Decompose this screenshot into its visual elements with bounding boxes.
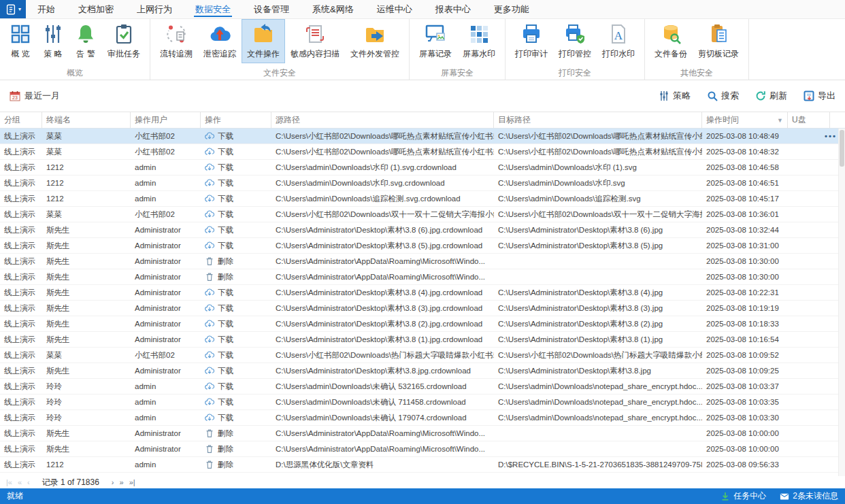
screen-watermark-button[interactable]: 屏幕水印: [457, 19, 501, 63]
clipboard-record-button[interactable]: 剪切板记录: [693, 19, 744, 63]
cell-user: 小红书部02: [131, 207, 201, 222]
table-row[interactable]: 线上演示玲玲admin下载C:\Users\admin\Downloads\未确…: [0, 379, 845, 394]
table-row[interactable]: 线上演示斯先生Administrator下载C:\Users\Administr…: [0, 238, 845, 254]
col-header-target-path[interactable]: 目标路径: [494, 112, 702, 128]
cell-usb: [788, 238, 830, 253]
cell-usb: [788, 457, 830, 472]
cell-terminal: 斯先生: [42, 285, 131, 300]
table-row[interactable]: 线上演示斯先生Administrator删除C:\Users\Administr…: [0, 441, 845, 457]
cell-target-path: C:\Users\Administrator\Desktop\素材\3.8 (2…: [494, 316, 702, 331]
file-backup-button[interactable]: 文件备份: [649, 19, 693, 63]
table-row[interactable]: 线上演示1212admin下载C:\Users\admin\Downloads\…: [0, 175, 845, 191]
table-row[interactable]: 线上演示1212admin下载C:\Users\admin\Downloads\…: [0, 160, 845, 175]
table-row[interactable]: 线上演示菜菜小红书部02下载C:\Users\小红书部02\Downloads\…: [0, 348, 845, 363]
cell-target-path: [494, 254, 702, 269]
prev-group-button[interactable]: «: [15, 476, 24, 488]
table-row[interactable]: 线上演示斯先生Administrator下载C:\Users\Administr…: [0, 285, 845, 301]
cell-source-path: C:\Users\Administrator\Desktop\素材\3.8 (3…: [271, 301, 494, 316]
col-header-operation[interactable]: 操作: [201, 112, 271, 128]
cell-target-path: C:\Users\小红书部02\Downloads\哪吒热点素材贴纸宣传小红..…: [494, 129, 702, 144]
filter-dropdown-icon[interactable]: ▼: [777, 117, 783, 124]
operation-label: 下载: [218, 301, 233, 316]
table-row[interactable]: 线上演示玲玲admin下载C:\Users\admin\Downloads\未确…: [0, 410, 845, 426]
table-row[interactable]: 线上演示斯先生Administrator下载C:\Users\Administr…: [0, 363, 845, 379]
menu-tab-start[interactable]: 开始: [26, 0, 67, 18]
col-header-user[interactable]: 操作用户: [131, 112, 201, 128]
refresh-button[interactable]: 刷新: [755, 90, 787, 102]
cell-target-path: C:\Users\小红书部02\Downloads\热门标题大字吸睛爆款小红..…: [494, 348, 702, 363]
table-row[interactable]: 线上演示1212admin删除D:\思源黑体优化版\文章资料D:\$RECYCL…: [0, 457, 845, 473]
file-operations-button[interactable]: 文件操作: [242, 19, 285, 63]
app-logo-button[interactable]: ▾: [0, 0, 26, 18]
policy-button[interactable]: 策 略: [37, 19, 69, 63]
table-row[interactable]: 线上演示斯先生Administrator删除C:\Users\Administr…: [0, 254, 845, 269]
next-page-button[interactable]: ›: [109, 476, 117, 488]
col-header-filler: [830, 112, 845, 128]
table-row[interactable]: 线上演示斯先生Administrator下载C:\Users\Administr…: [0, 301, 845, 316]
next-group-button[interactable]: »: [117, 476, 127, 488]
sensitive-content-scan-button[interactable]: 敏感内容扫描: [285, 19, 345, 63]
alerts-button[interactable]: 告 警: [69, 19, 102, 63]
table-row[interactable]: 线上演示斯先生Administrator下载C:\Users\Administr…: [0, 222, 845, 238]
first-page-button[interactable]: |«: [3, 476, 15, 488]
col-header-time[interactable]: 操作时间▼: [702, 112, 788, 128]
unread-messages-button[interactable]: 2条未读信息: [780, 490, 838, 502]
last-page-button[interactable]: »|: [127, 476, 138, 488]
col-header-group[interactable]: 分组: [0, 112, 42, 128]
cell-target-path: C:\Users\Administrator\Desktop\素材\3.8 (6…: [494, 222, 702, 237]
print-watermark-button[interactable]: A打印水印: [597, 19, 640, 63]
record-count: 记录 1 of 71836: [42, 477, 99, 488]
menu-tab-more-features[interactable]: 更多功能: [482, 0, 541, 18]
flow-trace-button[interactable]: 流转追溯: [154, 19, 198, 63]
col-header-terminal[interactable]: 终端名: [42, 112, 131, 128]
scrollbar-thumb[interactable]: [840, 130, 844, 167]
task-center-button[interactable]: 任务中心: [720, 490, 766, 502]
cell-source-path: C:\Users\Administrator\AppData\Roaming\M…: [271, 426, 494, 441]
table-row[interactable]: 线上演示玲玲admin下载C:\Users\admin\Downloads\未确…: [0, 394, 845, 410]
table-row[interactable]: 线上演示菜菜小红书部02下载C:\Users\小红书部02\Downloads\…: [0, 207, 845, 222]
table-row[interactable]: 线上演示斯先生Administrator删除C:\Users\Administr…: [0, 269, 845, 285]
menu-tab-report-center[interactable]: 报表中心: [424, 0, 482, 18]
policy-button[interactable]: 策略: [659, 90, 691, 102]
table-row[interactable]: 线上演示1212admin下载C:\Users\admin\Downloads\…: [0, 191, 845, 207]
export-button[interactable]: 导出: [803, 90, 835, 102]
print-control-button[interactable]: 打印管控: [553, 19, 597, 63]
overview-button[interactable]: 概 览: [4, 19, 37, 63]
cell-operation: 下载: [201, 175, 271, 190]
table-row[interactable]: 线上演示斯先生Administrator下载C:\Users\Administr…: [0, 316, 845, 332]
menu-tab-doc-encryption[interactable]: 文档加密: [67, 0, 125, 18]
file-outgoing-control-button[interactable]: 文件外发管控: [345, 19, 405, 63]
cell-user: admin: [131, 410, 201, 425]
approval-tasks-button[interactable]: 审批任务: [102, 19, 146, 63]
cloud-download-icon: [205, 241, 214, 250]
menu-tab-device-management[interactable]: 设备管理: [242, 0, 301, 18]
table-row[interactable]: 线上演示菜菜小红书部02下载C:\Users\小红书部02\Downloads\…: [0, 129, 845, 144]
menu-tab-system-network[interactable]: 系统&网络: [301, 0, 365, 18]
table-row[interactable]: 线上演示斯先生Administrator下载C:\Users\Administr…: [0, 332, 845, 348]
cell-terminal: 斯先生: [42, 254, 131, 269]
operation-label: 下载: [218, 332, 233, 347]
cell-group: 线上演示: [0, 144, 42, 159]
more-actions-button[interactable]: •••: [825, 129, 837, 144]
print-watermark-icon: A: [608, 23, 629, 45]
col-header-usb[interactable]: U盘: [788, 112, 830, 128]
date-range-filter[interactable]: 23 最近一月: [10, 90, 60, 102]
screen-record-button[interactable]: 屏幕记录: [414, 19, 457, 63]
leak-tracking-button[interactable]: 泄密追踪: [198, 19, 242, 63]
prev-page-button[interactable]: ‹: [24, 476, 33, 488]
cell-usb: [788, 394, 830, 409]
menu-tab-internet-behavior[interactable]: 上网行为: [125, 0, 184, 18]
operation-label: 下载: [218, 285, 233, 300]
col-header-source-path[interactable]: 源路径: [271, 112, 494, 128]
task-center-label: 任务中心: [733, 490, 766, 502]
search-button[interactable]: 搜索: [707, 90, 739, 102]
menu-tab-data-security[interactable]: 数据安全: [184, 0, 242, 18]
cell-user: Administrator: [131, 363, 201, 378]
operation-label: 下载: [218, 363, 233, 378]
table-row[interactable]: 线上演示斯先生Administrator删除C:\Users\Administr…: [0, 426, 845, 441]
vertical-scrollbar[interactable]: [838, 129, 845, 476]
menu-tab-ops-center[interactable]: 运维中心: [365, 0, 424, 18]
table-row[interactable]: 线上演示菜菜小红书部02下载C:\Users\小红书部02\Downloads\…: [0, 144, 845, 160]
policy-button-label: 策略: [673, 90, 691, 102]
print-audit-button[interactable]: 打印审计: [510, 19, 553, 63]
